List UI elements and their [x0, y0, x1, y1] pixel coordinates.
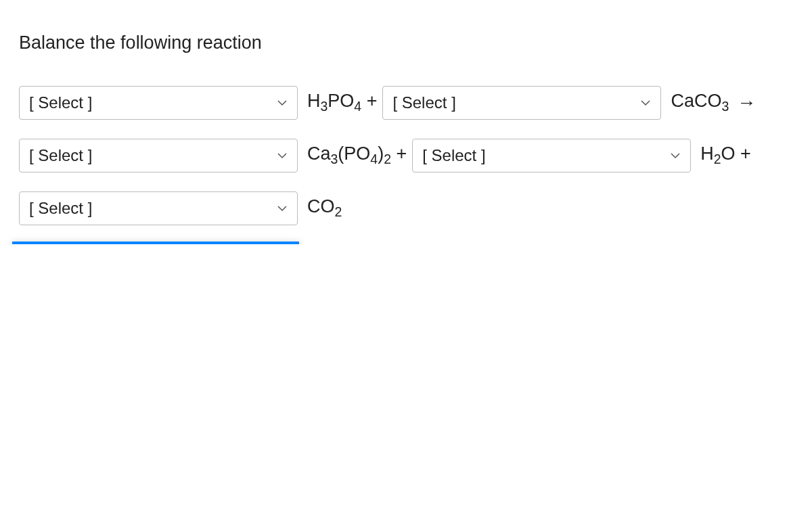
select-label: [ Select ] [29, 93, 92, 112]
formula-co2: CO2 [302, 196, 347, 220]
select-label: [ Select ] [29, 146, 92, 165]
select-label: [ Select ] [29, 199, 92, 218]
formula-h3po4: H3PO4 + [302, 91, 382, 114]
question-prompt: Balance the following reaction [19, 32, 793, 53]
chevron-down-icon [640, 97, 651, 108]
chevron-down-icon [277, 97, 288, 108]
select-label: [ Select ] [392, 93, 455, 112]
coefficient-select-3[interactable]: [ Select ] [19, 139, 298, 173]
formula-h2o: H2O + [695, 143, 757, 167]
dropdown-option-placeholder[interactable]: [ Select ] [12, 242, 299, 244]
coefficient-select-5[interactable]: [ Select ] [19, 191, 298, 225]
dropdown-panel: [ Select ] 1 2 3 4 5 [12, 242, 299, 244]
reaction-row-3: [ Select ] CO2 [19, 191, 793, 225]
reaction-row-1: [ Select ] H3PO4 + [ Select ] CaCO3 → [19, 86, 793, 120]
coefficient-select-4[interactable]: [ Select ] [412, 139, 691, 173]
chevron-down-icon [277, 150, 288, 161]
select-label: [ Select ] [422, 146, 485, 165]
coefficient-select-2[interactable]: [ Select ] [382, 86, 661, 120]
reaction-row-2: [ Select ] Ca3(PO4)2 + [ Select ] H2O + [19, 139, 793, 173]
formula-ca3po42: Ca3(PO4)2 + [302, 143, 412, 167]
formula-caco3: CaCO3 [665, 91, 734, 114]
chevron-down-icon [277, 203, 288, 214]
chevron-down-icon [670, 150, 681, 161]
reaction-arrow-icon: → [737, 92, 756, 114]
coefficient-select-1[interactable]: [ Select ] [19, 86, 298, 120]
